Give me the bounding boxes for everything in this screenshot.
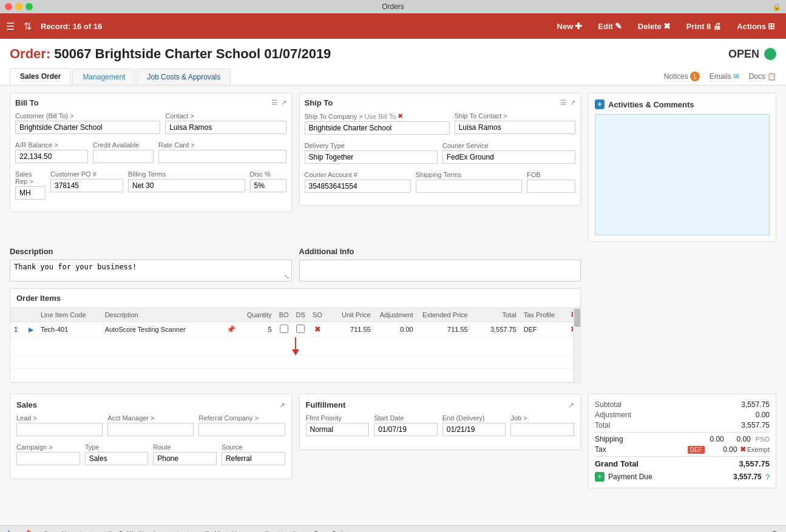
bill-to-title: Bill To ☰ ↗	[15, 98, 286, 107]
job-input[interactable]	[510, 423, 574, 436]
settings-gear-icon[interactable]: ⚙	[771, 529, 779, 533]
source-input[interactable]	[222, 452, 285, 465]
emails-link[interactable]: Emails ✉	[710, 72, 739, 81]
edit-button[interactable]: Edit ✎	[593, 19, 627, 33]
end-date-input[interactable]	[442, 423, 506, 436]
window-controls[interactable]	[5, 3, 33, 10]
actions-button[interactable]: Actions ⊞	[732, 19, 780, 33]
row-so[interactable]: ✖	[309, 322, 326, 337]
campaign-input[interactable]	[16, 452, 80, 465]
docs-link[interactable]: Docs 📋	[749, 72, 776, 81]
credit-available-input[interactable]	[93, 150, 154, 163]
shipping-terms-input[interactable]	[416, 180, 522, 193]
add-payment-icon[interactable]: +	[595, 472, 605, 482]
ship-to-list-icon[interactable]: ☰	[560, 99, 566, 107]
vertical-scrollbar[interactable]	[573, 308, 580, 382]
delivery-type-row: Delivery Type Courier Service	[305, 142, 576, 167]
fulfillment-expand-icon[interactable]: ↗	[568, 401, 574, 409]
minimize-btn[interactable]	[15, 3, 22, 10]
referral-company-input[interactable]	[198, 423, 285, 436]
contact-input[interactable]	[165, 121, 286, 134]
end-date-field: End (Delivery)	[442, 414, 506, 436]
expand-icon[interactable]: ⤡	[284, 273, 290, 281]
total-row: Total 3,557.75	[595, 421, 770, 429]
new-icon: ✚	[575, 21, 582, 31]
row-tax-profile: DEF	[520, 322, 567, 337]
scrollbar-thumb[interactable]	[574, 309, 580, 327]
col-num	[10, 308, 25, 322]
route-input[interactable]	[153, 452, 217, 465]
so-x-btn[interactable]: ✖	[314, 325, 320, 334]
row-ds[interactable]	[293, 322, 309, 337]
priority-input[interactable]	[306, 423, 370, 436]
description-input[interactable]: Thank you for your business!	[10, 260, 292, 281]
row-bo[interactable]	[276, 322, 293, 337]
sales-expand-icon[interactable]: ↗	[279, 401, 285, 409]
bill-to-expand-icon[interactable]: ↗	[281, 99, 286, 107]
tab-job-costs[interactable]: Job Costs & Approvals	[137, 69, 231, 85]
maximize-btn[interactable]	[25, 3, 33, 10]
ship-to-expand-icon[interactable]: ↗	[570, 99, 575, 107]
courier-account-input[interactable]	[305, 180, 411, 193]
totals-section: Subtotal 3,557.75 Adjustment 0.00 Total …	[588, 394, 776, 488]
help-icon[interactable]: ?	[765, 473, 770, 482]
sales-rep-input[interactable]	[15, 186, 46, 200]
rate-card-input[interactable]	[158, 150, 286, 163]
rate-card-field: Rate Card >	[158, 141, 286, 163]
col-line-item-code: Line Item Code	[37, 308, 101, 322]
bill-to-list-icon[interactable]: ☰	[271, 99, 277, 107]
additional-info-section: Additional Info	[299, 247, 581, 283]
new-button[interactable]: New ✚	[552, 19, 588, 33]
order-name: 50067 Brightside Charter School 01/07/20…	[54, 46, 331, 62]
sales-panel: Sales ↗ Lead > Acct Manager > Referral C…	[10, 394, 292, 479]
col-tax-profile: Tax Profile	[520, 308, 567, 322]
courier-service-field: Courier Service	[442, 142, 575, 164]
type-input[interactable]	[85, 452, 149, 465]
exempt-x[interactable]: ✖	[740, 445, 746, 454]
push-icon[interactable]: 📌	[22, 530, 32, 533]
exempt-badge: ✖ Exempt	[740, 445, 770, 454]
ship-company-input[interactable]	[305, 121, 450, 135]
start-date-input[interactable]	[374, 423, 438, 436]
disc-input[interactable]	[250, 179, 286, 192]
assigned-by-item: Assigned By Caitlin Nascher	[79, 530, 164, 533]
courier-account-field: Courier Account #	[305, 171, 411, 193]
tab-management[interactable]: Management	[72, 69, 135, 85]
edit-icon: ✎	[615, 21, 622, 31]
sales-rep-field: Sales Rep >	[15, 170, 46, 200]
customer-input[interactable]	[15, 121, 160, 134]
close-btn[interactable]	[5, 3, 12, 10]
info-icon[interactable]: ℹ	[7, 529, 10, 533]
delivery-type-input[interactable]	[305, 150, 438, 164]
tab-sales-order[interactable]: Sales Order	[10, 68, 71, 85]
fob-input[interactable]	[527, 180, 575, 193]
lead-field: Lead >	[16, 414, 103, 436]
courier-service-input[interactable]	[442, 150, 575, 164]
row-pin[interactable]: 📌	[223, 322, 239, 337]
clear-ship-icon[interactable]: ✖	[398, 112, 403, 120]
tracking-status-item: Tracking Status Open Order	[265, 530, 348, 533]
billing-terms-input[interactable]	[128, 179, 245, 192]
row-expand[interactable]: ▶	[25, 322, 37, 337]
use-bill-to-link[interactable]: Use Bill To	[365, 113, 396, 120]
activities-content	[595, 114, 770, 235]
assigned-to-item: Assigned To Mara Harvey	[175, 530, 252, 533]
acct-manager-input[interactable]	[107, 423, 194, 436]
nav-arrows[interactable]: ⇅	[24, 21, 32, 32]
payment-due-row: + Payment Due 3,557.75 ?	[595, 472, 770, 482]
ship-contact-input[interactable]	[455, 121, 575, 134]
window-title: Orders	[382, 2, 404, 11]
delete-button[interactable]: Delete ✖	[633, 19, 676, 33]
print-button[interactable]: Print 8 🖨	[682, 19, 726, 33]
dept-item: Dept AI	[44, 530, 67, 533]
bo-checkbox[interactable]	[280, 325, 288, 333]
notices-link[interactable]: Notices 1	[664, 72, 700, 81]
customer-po-input[interactable]	[50, 179, 123, 192]
ds-checkbox[interactable]	[296, 325, 305, 333]
ar-balance-input[interactable]	[15, 150, 88, 163]
additional-info-input[interactable]	[299, 260, 581, 281]
lead-input[interactable]	[16, 423, 103, 436]
tab-bar: Sales Order Management Job Costs & Appro…	[10, 68, 776, 85]
add-activity-icon[interactable]: +	[595, 99, 605, 109]
menu-icon[interactable]: ☰	[6, 21, 15, 32]
